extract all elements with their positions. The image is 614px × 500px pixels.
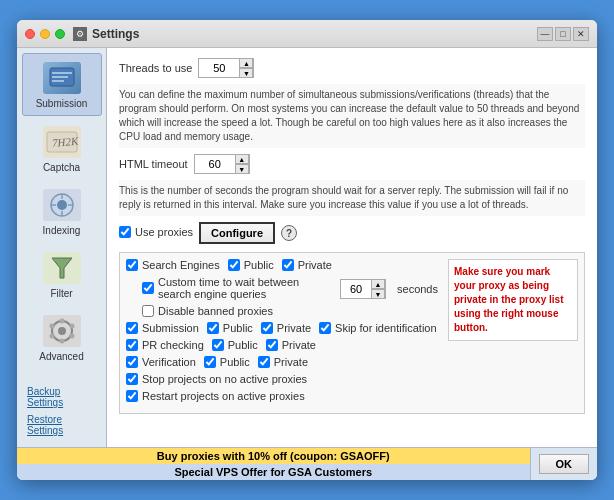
traffic-lights: [25, 29, 65, 39]
promo-bar-2[interactable]: Special VPS Offer for GSA Customers: [17, 464, 530, 480]
use-proxies-label: Use proxies: [135, 226, 193, 238]
svg-text:7H2K: 7H2K: [51, 135, 78, 149]
sidebar-submission-label: Submission: [36, 98, 88, 109]
search-engines-checkbox[interactable]: [126, 259, 138, 271]
submission-private-row: Private: [261, 322, 311, 334]
search-engines-label: Search Engines: [142, 259, 220, 271]
settings-icon: ⚙: [73, 27, 87, 41]
svg-point-20: [69, 334, 74, 339]
pr-checking-label: PR checking: [142, 339, 204, 351]
html-timeout-increment[interactable]: ▲: [235, 154, 249, 164]
submission-proxy-checkbox[interactable]: [126, 322, 138, 334]
sidebar-indexing-label: Indexing: [43, 225, 81, 236]
custom-time-input[interactable]: [341, 280, 371, 298]
verification-public-row: Public: [204, 356, 250, 368]
restart-projects-label: Restart projects on active proxies: [142, 390, 305, 402]
submission-skip-checkbox[interactable]: [319, 322, 331, 334]
verification-checkbox[interactable]: [126, 356, 138, 368]
svg-rect-2: [52, 76, 68, 78]
html-timeout-decrement[interactable]: ▼: [235, 164, 249, 174]
pr-public-checkbox[interactable]: [212, 339, 224, 351]
threads-increment[interactable]: ▲: [239, 58, 253, 68]
pr-checking-checkbox-row: PR checking: [126, 339, 204, 351]
pr-public-label: Public: [228, 339, 258, 351]
promo-bar-1[interactable]: Buy proxies with 10% off (coupon: GSAOFF…: [17, 448, 530, 464]
threads-decrement[interactable]: ▼: [239, 68, 253, 78]
sidebar-item-advanced[interactable]: Advanced: [22, 307, 102, 368]
svg-point-18: [69, 324, 74, 329]
verification-private-checkbox[interactable]: [258, 356, 270, 368]
threads-row: Threads to use ▲ ▼: [119, 58, 585, 78]
restore-settings-link[interactable]: Restore Settings: [21, 411, 102, 439]
minimize-button[interactable]: —: [537, 27, 553, 41]
disable-banned-checkbox[interactable]: [142, 305, 154, 317]
captcha-icon: 7H2K: [42, 124, 82, 160]
pr-checking-checkbox[interactable]: [126, 339, 138, 351]
restart-projects-checkbox[interactable]: [126, 390, 138, 402]
verification-checkbox-row: Verification: [126, 356, 196, 368]
custom-time-spinner[interactable]: ▲ ▼: [340, 279, 386, 299]
html-timeout-row: HTML timeout ▲ ▼: [119, 154, 585, 174]
sidebar-item-indexing[interactable]: Indexing: [22, 181, 102, 242]
submission-public-row: Public: [207, 322, 253, 334]
html-timeout-label: HTML timeout: [119, 158, 188, 170]
submission-skip-label: Skip for identification: [335, 322, 437, 334]
custom-time-checkbox[interactable]: [142, 282, 154, 294]
sidebar-item-submission[interactable]: Submission: [22, 53, 102, 116]
sidebar: Submission 7H2K Captcha: [17, 48, 107, 447]
verification-public-checkbox[interactable]: [204, 356, 216, 368]
stop-projects-label: Stop projects on no active proxies: [142, 373, 307, 385]
svg-point-14: [58, 327, 66, 335]
submission-private-label: Private: [277, 322, 311, 334]
threads-info-text: You can define the maximum number of sim…: [119, 84, 585, 148]
sidebar-item-captcha[interactable]: 7H2K Captcha: [22, 118, 102, 179]
stop-projects-checkbox[interactable]: [126, 373, 138, 385]
maximize-traffic-light[interactable]: [55, 29, 65, 39]
sidebar-advanced-label: Advanced: [39, 351, 83, 362]
html-timeout-info-text: This is the number of seconds the progra…: [119, 180, 585, 216]
stop-projects-row: Stop projects on no active proxies: [126, 373, 438, 387]
custom-time-checkbox-row: Custom time to wait between search engin…: [142, 276, 328, 300]
use-proxies-checkbox[interactable]: [119, 226, 131, 238]
help-button[interactable]: ?: [281, 225, 297, 241]
svg-point-7: [57, 200, 67, 210]
backup-settings-link[interactable]: Backup Settings: [21, 383, 102, 411]
restart-projects-checkbox-row: Restart projects on active proxies: [126, 390, 305, 402]
restore-button[interactable]: □: [555, 27, 571, 41]
submission-proxy-checkbox-row: Submission: [126, 322, 199, 334]
bottom-bar: Buy proxies with 10% off (coupon: GSAOFF…: [17, 447, 597, 480]
submission-public-checkbox[interactable]: [207, 322, 219, 334]
content-area: Submission 7H2K Captcha: [17, 48, 597, 447]
close-button[interactable]: ✕: [573, 27, 589, 41]
sidebar-item-filter[interactable]: Filter: [22, 244, 102, 305]
main-panel: Threads to use ▲ ▼ You can define the ma…: [107, 48, 597, 447]
html-timeout-spinner[interactable]: ▲ ▼: [194, 154, 250, 174]
use-proxies-checkbox-row: Use proxies: [119, 226, 193, 238]
custom-time-decrement[interactable]: ▼: [371, 289, 385, 299]
sidebar-filter-label: Filter: [50, 288, 72, 299]
proxies-left: Search Engines Public Private: [126, 259, 438, 407]
threads-label: Threads to use: [119, 62, 192, 74]
configure-button[interactable]: Configure: [199, 222, 275, 244]
close-traffic-light[interactable]: [25, 29, 35, 39]
pr-private-checkbox[interactable]: [266, 339, 278, 351]
pr-checking-row: PR checking Public Private: [126, 339, 438, 353]
svg-rect-1: [52, 72, 72, 74]
html-timeout-input[interactable]: [195, 155, 235, 173]
ok-button[interactable]: OK: [539, 454, 590, 474]
sidebar-bottom: Backup Settings Restore Settings: [17, 379, 106, 443]
threads-input[interactable]: [199, 59, 239, 77]
minimize-traffic-light[interactable]: [40, 29, 50, 39]
search-engines-private-checkbox[interactable]: [282, 259, 294, 271]
threads-spinner[interactable]: ▲ ▼: [198, 58, 254, 78]
custom-time-spinner-buttons: ▲ ▼: [371, 279, 385, 299]
search-engines-row: Search Engines Public Private: [126, 259, 438, 273]
submission-private-checkbox[interactable]: [261, 322, 273, 334]
search-engines-private-row: Private: [282, 259, 332, 271]
titlebar-controls: — □ ✕: [537, 27, 589, 41]
disable-banned-checkbox-row: Disable banned proxies: [142, 305, 273, 317]
html-timeout-spinner-buttons: ▲ ▼: [235, 154, 249, 174]
custom-time-increment[interactable]: ▲: [371, 279, 385, 289]
svg-point-19: [49, 334, 54, 339]
search-engines-public-checkbox[interactable]: [228, 259, 240, 271]
